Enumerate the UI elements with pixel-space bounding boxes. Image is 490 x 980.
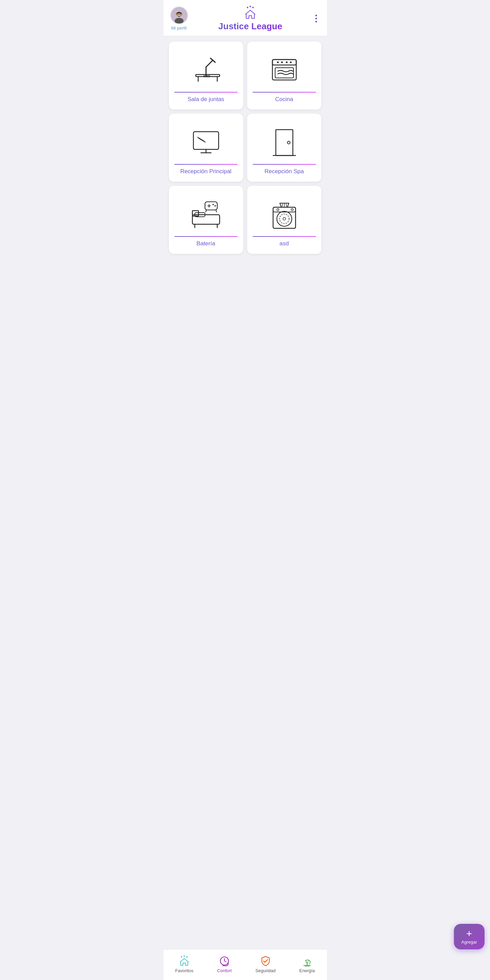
svg-point-56	[184, 956, 185, 957]
confort-icon	[219, 955, 230, 967]
room-label-asd: asd	[279, 240, 289, 247]
svg-line-43	[206, 210, 206, 212]
svg-point-21	[281, 62, 283, 63]
room-divider	[253, 92, 316, 92]
svg-point-17	[206, 76, 207, 76]
nav-label-energia: Energía	[299, 968, 315, 973]
svg-point-23	[290, 62, 292, 63]
svg-point-7	[250, 6, 251, 7]
room-icon-recepcion-spa	[253, 122, 316, 160]
svg-point-52	[277, 211, 292, 226]
svg-point-57	[186, 956, 188, 958]
room-divider	[253, 164, 316, 165]
nav-item-seguridad[interactable]: Seguridad	[251, 954, 279, 975]
svg-rect-19	[272, 60, 296, 65]
svg-line-26	[198, 137, 204, 141]
room-divider	[174, 164, 238, 165]
svg-point-31	[287, 141, 290, 144]
dot-2	[315, 18, 317, 19]
header-center: Justice League	[218, 5, 282, 32]
room-divider	[174, 92, 238, 92]
svg-rect-18	[272, 60, 296, 80]
home-icon	[243, 5, 258, 21]
room-card-sala-juntas[interactable]: Sala de juntas	[169, 41, 243, 110]
room-divider	[174, 236, 238, 237]
room-card-cocina[interactable]: Cocina	[247, 41, 321, 110]
nav-item-confort[interactable]: Confort	[213, 954, 236, 975]
room-card-bateria[interactable]: Batería	[169, 186, 243, 254]
svg-point-55	[181, 956, 182, 958]
svg-rect-25	[193, 132, 219, 150]
svg-line-47	[286, 203, 287, 207]
profile-label: Mi perfil	[171, 25, 187, 30]
svg-line-27	[198, 138, 205, 142]
svg-rect-34	[192, 211, 198, 216]
nav-label-confort: Confort	[217, 968, 232, 973]
nav-item-favoritos[interactable]: Favoritos	[171, 954, 197, 975]
room-icon-recepcion-principal	[174, 122, 238, 160]
svg-point-50	[277, 208, 279, 211]
nav-label-favoritos: Favoritos	[175, 968, 193, 973]
room-icon-cocina	[253, 50, 316, 88]
room-icon-bateria	[174, 194, 238, 232]
energia-icon	[302, 955, 313, 967]
room-card-asd[interactable]: asd	[247, 186, 321, 254]
room-label-cocina: Cocina	[275, 96, 293, 103]
dot-1	[315, 14, 317, 16]
svg-point-41	[212, 204, 214, 205]
room-icon-sala-juntas	[174, 50, 238, 88]
favoritos-icon	[179, 955, 190, 967]
rooms-grid: Sala de juntas	[169, 41, 321, 254]
svg-point-53	[279, 214, 289, 224]
svg-point-22	[286, 62, 287, 63]
room-icon-asd	[253, 194, 316, 232]
nav-item-energia[interactable]: Energía	[295, 954, 319, 975]
svg-line-60	[224, 961, 226, 962]
room-card-recepcion-spa[interactable]: Recepción Spa	[247, 114, 321, 182]
room-card-recepcion-principal[interactable]: Recepción Principal	[169, 114, 243, 182]
seguridad-icon	[260, 955, 271, 967]
header: Mi perfil Justice League	[163, 0, 327, 36]
svg-point-8	[252, 7, 254, 8]
dot-3	[315, 21, 317, 22]
room-divider	[253, 236, 316, 237]
svg-point-20	[277, 62, 279, 63]
svg-line-10	[206, 60, 213, 67]
room-label-sala-juntas: Sala de juntas	[188, 96, 224, 103]
room-label-recepcion-spa: Recepción Spa	[265, 168, 304, 175]
nav-label-seguridad: Seguridad	[255, 968, 276, 973]
room-label-bateria: Batería	[196, 240, 215, 247]
main-content: Sala de juntas	[163, 36, 327, 950]
svg-point-6	[247, 7, 248, 8]
app-title: Justice League	[218, 21, 282, 32]
svg-point-54	[283, 218, 286, 220]
svg-line-45	[282, 203, 283, 207]
bottom-nav: Favoritos Confort Seguridad	[163, 950, 327, 980]
svg-point-42	[214, 205, 216, 207]
profile-button[interactable]: Mi perfil	[170, 6, 188, 30]
room-label-recepcion-principal: Recepción Principal	[180, 168, 231, 175]
more-menu-button[interactable]	[313, 12, 320, 25]
svg-point-51	[291, 208, 293, 211]
svg-line-44	[216, 210, 217, 212]
avatar	[170, 6, 188, 24]
